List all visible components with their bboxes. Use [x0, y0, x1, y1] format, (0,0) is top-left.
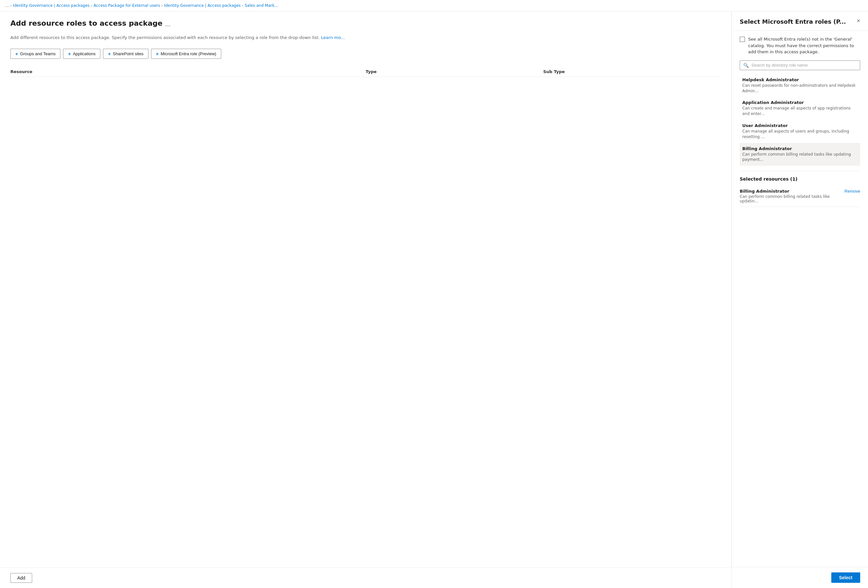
breadcrumb-item-2[interactable]: Identity Governance | Access packages	[164, 3, 241, 8]
breadcrumb-ellipsis[interactable]: ...	[5, 3, 9, 8]
col-type: Type	[366, 69, 543, 74]
flyout-title: Select Microsoft Entra roles (P...	[740, 18, 853, 25]
page-description: Add different resources to this access p…	[10, 34, 721, 41]
role-desc-helpdesk: Can reset passwords for non-administrato…	[742, 83, 858, 94]
bottom-bar: Add	[0, 567, 732, 588]
role-name-helpdesk: Helpdesk Administrator	[742, 77, 858, 82]
role-name-user-admin: User Administrator	[742, 123, 858, 128]
plus-icon-groups: +	[15, 51, 18, 56]
role-name-billing: Billing Administrator	[742, 146, 858, 151]
breadcrumb-item-3[interactable]: Sales and Mark...	[245, 3, 278, 8]
tab-applications-label: Applications	[73, 51, 96, 56]
add-button[interactable]: Add	[10, 573, 32, 583]
role-desc-billing: Can perform common billing related tasks…	[742, 152, 858, 163]
selected-resource-info: Billing Administrator Can perform common…	[740, 189, 841, 203]
role-desc-app-admin: Can create and manage all aspects of app…	[742, 106, 858, 117]
tab-entra-role-label: Microsoft Entra role (Preview)	[161, 51, 216, 56]
breadcrumb-sep-3: ›	[242, 4, 243, 8]
selected-resource-item-billing: Billing Administrator Can perform common…	[740, 186, 860, 207]
tab-sharepoint[interactable]: + SharePoint sites	[103, 49, 148, 59]
remove-button[interactable]: Remove	[841, 189, 860, 194]
search-input[interactable]	[751, 63, 857, 68]
flyout-body: See all Microsoft Entra role(s) not in t…	[732, 31, 868, 567]
col-subtype: Sub Type	[543, 69, 721, 74]
table-body	[10, 77, 721, 207]
flyout-header: Select Microsoft Entra roles (P... ×	[732, 11, 868, 31]
breadcrumb-sep-2: ›	[161, 4, 163, 8]
breadcrumb: ... › Identity Governance | Access packa…	[0, 0, 868, 11]
role-name-app-admin: Application Administrator	[742, 100, 858, 105]
breadcrumb-sep-0: ›	[10, 4, 11, 8]
role-list: Helpdesk Administrator Can reset passwor…	[740, 74, 860, 166]
tab-entra-role[interactable]: + Microsoft Entra role (Preview)	[151, 49, 221, 59]
search-box[interactable]: 🔍	[740, 61, 860, 70]
plus-icon-apps: +	[68, 51, 71, 56]
tab-bar: + Groups and Teams + Applications + Shar…	[10, 49, 721, 59]
tab-sharepoint-label: SharePoint sites	[113, 51, 143, 56]
table-header: Resource Type Sub Type	[10, 66, 721, 77]
notice-text: See all Microsoft Entra role(s) not in t…	[748, 36, 860, 55]
learn-more-link[interactable]: Learn mo...	[321, 35, 345, 40]
selected-resources-title: Selected resources (1)	[740, 176, 860, 182]
section-divider	[740, 171, 860, 171]
role-item-app-admin[interactable]: Application Administrator Can create and…	[740, 97, 860, 120]
breadcrumb-item-0[interactable]: Identity Governance | Access packages	[13, 3, 90, 8]
notice-checkbox[interactable]	[740, 37, 745, 42]
breadcrumb-item-1[interactable]: Access Package for External users	[93, 3, 160, 8]
tab-applications[interactable]: + Applications	[63, 49, 100, 59]
role-item-user-admin[interactable]: User Administrator Can manage all aspect…	[740, 120, 860, 143]
page-title-ellipsis[interactable]: ...	[165, 21, 171, 28]
role-item-helpdesk[interactable]: Helpdesk Administrator Can reset passwor…	[740, 74, 860, 97]
plus-icon-entra: +	[156, 51, 159, 56]
tab-groups-teams-label: Groups and Teams	[20, 51, 56, 56]
close-button[interactable]: ×	[857, 18, 860, 24]
flyout-footer: Select	[732, 567, 868, 588]
notice-row: See all Microsoft Entra role(s) not in t…	[740, 36, 860, 55]
selected-resource-desc: Can perform common billing related tasks…	[740, 194, 841, 203]
search-icon: 🔍	[743, 63, 749, 68]
breadcrumb-sep-1: ›	[91, 4, 92, 8]
role-desc-user-admin: Can manage all aspects of users and grou…	[742, 129, 858, 140]
page-title: Add resource roles to access package	[10, 19, 162, 27]
tab-groups-teams[interactable]: + Groups and Teams	[10, 49, 61, 59]
select-button[interactable]: Select	[831, 572, 860, 583]
col-resource: Resource	[10, 69, 366, 74]
plus-icon-sharepoint: +	[108, 51, 111, 56]
main-layout: Add resource roles to access package ...…	[0, 11, 868, 588]
selected-resource-name: Billing Administrator	[740, 189, 841, 194]
left-panel: Add resource roles to access package ...…	[0, 11, 732, 588]
flyout-panel: Select Microsoft Entra roles (P... × See…	[732, 11, 868, 588]
role-item-billing[interactable]: Billing Administrator Can perform common…	[740, 143, 860, 166]
